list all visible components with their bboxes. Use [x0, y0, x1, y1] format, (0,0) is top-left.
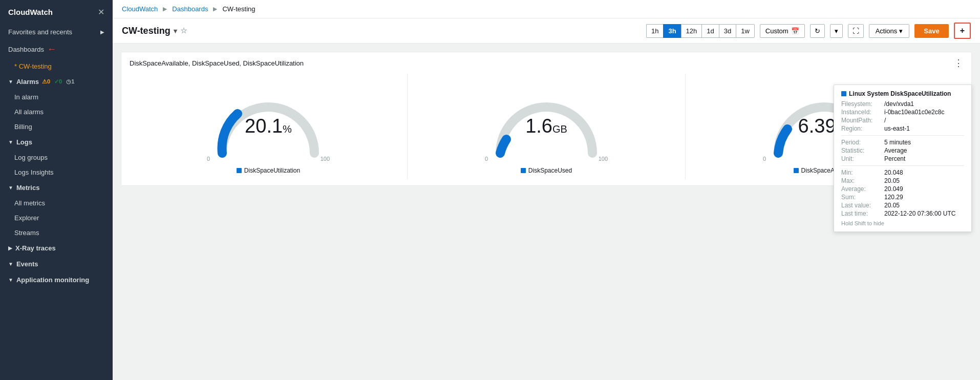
alarm-warn-badge: ⚠0	[42, 78, 50, 85]
sidebar-item-in-alarm[interactable]: In alarm	[0, 90, 113, 104]
gauge-legend-2: DiskSpaceUsed	[521, 167, 572, 174]
refresh-button[interactable]: ↻	[810, 24, 825, 38]
main-content: CloudWatch ▶ Dashboards ▶ CW-testing CW-…	[113, 0, 980, 380]
star-icon[interactable]: ☆	[180, 26, 187, 35]
title-dropdown-icon[interactable]: ▾	[174, 27, 177, 35]
add-widget-button[interactable]: +	[954, 23, 971, 39]
alarm-grey-badge: ◷1	[66, 78, 74, 85]
gauge-svg-wrap-2: 1.6GB	[485, 79, 608, 161]
sidebar-item-log-groups[interactable]: Log groups	[0, 150, 113, 165]
time-1h-button[interactable]: 1h	[646, 24, 663, 38]
tooltip-title: Linux System DiskSpaceUtilization	[841, 90, 964, 97]
widget-menu-icon[interactable]: ⋮	[954, 58, 963, 68]
sidebar-group-app-monitoring[interactable]: ▼ Application monitoring	[0, 272, 113, 288]
chevron-down-icon: ▼	[8, 277, 13, 283]
chevron-right-icon: ▶	[8, 245, 12, 251]
gauge-legend-1: DiskSpaceUtilization	[237, 167, 300, 174]
refresh-dropdown-button[interactable]: ▾	[830, 24, 843, 38]
tooltip-average: Average: 20.049	[841, 185, 964, 193]
tooltip-divider-2	[841, 165, 964, 166]
actions-button[interactable]: Actions ▾	[869, 24, 910, 38]
arrow-icon: ←	[47, 44, 56, 55]
tooltip-sum: Sum: 120.29	[841, 194, 964, 201]
sidebar-item-dashboards[interactable]: Dashboards ←	[0, 40, 113, 59]
tooltip-panel: Linux System DiskSpaceUtilization Filesy…	[834, 85, 972, 232]
legend-dot-1	[237, 168, 242, 173]
tooltip-hint: Hold Shift to hide	[841, 220, 964, 226]
tooltip-color-indicator	[841, 91, 846, 96]
sidebar-group-logs[interactable]: ▼ Logs	[0, 134, 113, 150]
chevron-down-icon: ▼	[8, 79, 13, 85]
sidebar-scroll: Favorites and recents ▶ Dashboards ← CW-…	[0, 24, 113, 380]
actions-dropdown-icon: ▾	[899, 27, 903, 35]
breadcrumb-dashboards[interactable]: Dashboards	[172, 5, 208, 13]
sidebar-group-xray[interactable]: ▶ X-Ray traces	[0, 240, 113, 256]
breadcrumb-current: CW-testing	[222, 5, 255, 13]
sidebar-item-all-metrics[interactable]: All metrics	[0, 196, 113, 210]
time-1d-button[interactable]: 1d	[701, 24, 718, 38]
sidebar-item-explorer[interactable]: Explorer	[0, 210, 113, 225]
gauge-used: 1.6GB 0 100 DiskSpaceUsed	[407, 74, 685, 179]
dashboard-content: DiskSpaceAvailable, DiskSpaceUsed, DiskS…	[113, 44, 980, 380]
sidebar-group-events[interactable]: ▼ Events	[0, 256, 113, 272]
widget-header: DiskSpaceAvailable, DiskSpaceUsed, DiskS…	[130, 58, 963, 68]
time-range-group: 1h 3h 12h 1d 3d 1w	[646, 24, 755, 38]
tooltip-statistic: Statistic: Average	[841, 147, 964, 154]
alarm-badges: ⚠0 ✓0 ◷1	[42, 78, 74, 85]
sidebar-header: CloudWatch ✕	[0, 0, 113, 24]
breadcrumb-cloudwatch[interactable]: CloudWatch	[122, 5, 158, 13]
sidebar: CloudWatch ✕ Favorites and recents ▶ Das…	[0, 0, 113, 380]
sidebar-item-cw-testing[interactable]: CW-testing	[0, 59, 113, 74]
tooltip-region: Region: us-east-1	[841, 125, 964, 132]
chevron-down-icon: ▼	[8, 139, 13, 145]
save-button[interactable]: Save	[914, 24, 948, 38]
chevron-right-icon: ▶	[100, 29, 104, 35]
gauge-utilization: 20.1% 0 100 DiskSpaceUtilization	[130, 74, 407, 179]
tooltip-mountpath: MountPath: /	[841, 117, 964, 124]
close-icon[interactable]: ✕	[98, 7, 104, 17]
calendar-icon: 📅	[791, 27, 799, 35]
chevron-down-icon: ▼	[8, 261, 13, 267]
tooltip-unit: Unit: Percent	[841, 155, 964, 162]
breadcrumb-sep-1: ▶	[163, 6, 167, 12]
time-12h-button[interactable]: 12h	[681, 24, 702, 38]
tooltip-period: Period: 5 minutes	[841, 139, 964, 146]
time-1w-button[interactable]: 1w	[736, 24, 755, 38]
tooltip-last-value: Last value: 20.05	[841, 202, 964, 209]
sidebar-item-favorites[interactable]: Favorites and recents ▶	[0, 24, 113, 40]
sidebar-group-metrics[interactable]: ▼ Metrics	[0, 180, 113, 196]
custom-time-button[interactable]: Custom 📅	[760, 24, 805, 38]
fullscreen-button[interactable]: ⛶	[848, 24, 864, 38]
breadcrumb: CloudWatch ▶ Dashboards ▶ CW-testing	[113, 0, 980, 18]
dashboard-title: CW-testing ▾ ☆	[122, 26, 187, 36]
gauge-value-2: 1.6GB	[525, 115, 567, 137]
tooltip-instanceid: InstanceId: i-0bac10ea01c0e2c8c	[841, 109, 964, 116]
breadcrumb-sep-2: ▶	[213, 6, 217, 12]
tooltip-max: Max: 20.05	[841, 177, 964, 184]
sidebar-item-logs-insights[interactable]: Logs Insights	[0, 165, 113, 180]
sidebar-group-alarms[interactable]: ▼ Alarms ⚠0 ✓0 ◷1	[0, 74, 113, 90]
time-3d-button[interactable]: 3d	[719, 24, 736, 38]
tooltip-filesystem: Filesystem: /dev/xvda1	[841, 100, 964, 108]
toolbar: CW-testing ▾ ☆ 1h 3h 12h 1d 3d 1w Custom…	[113, 18, 980, 44]
legend-dot-3	[794, 168, 799, 173]
tooltip-last-time: Last time: 2022-12-20 07:36:00 UTC	[841, 210, 964, 217]
sidebar-item-billing[interactable]: Billing	[0, 119, 113, 134]
alarm-ok-badge: ✓0	[54, 78, 62, 85]
time-3h-button[interactable]: 3h	[663, 24, 680, 38]
tooltip-min: Min: 20.048	[841, 169, 964, 176]
tooltip-divider-1	[841, 135, 964, 136]
gauge-svg-wrap-1: 20.1%	[207, 79, 330, 161]
sidebar-item-streams[interactable]: Streams	[0, 225, 113, 240]
chevron-down-icon: ▼	[8, 185, 13, 191]
sidebar-item-all-alarms[interactable]: All alarms	[0, 104, 113, 119]
gauge-value-1: 20.1%	[245, 115, 292, 137]
sidebar-title: CloudWatch	[8, 8, 53, 16]
legend-dot-2	[521, 168, 526, 173]
